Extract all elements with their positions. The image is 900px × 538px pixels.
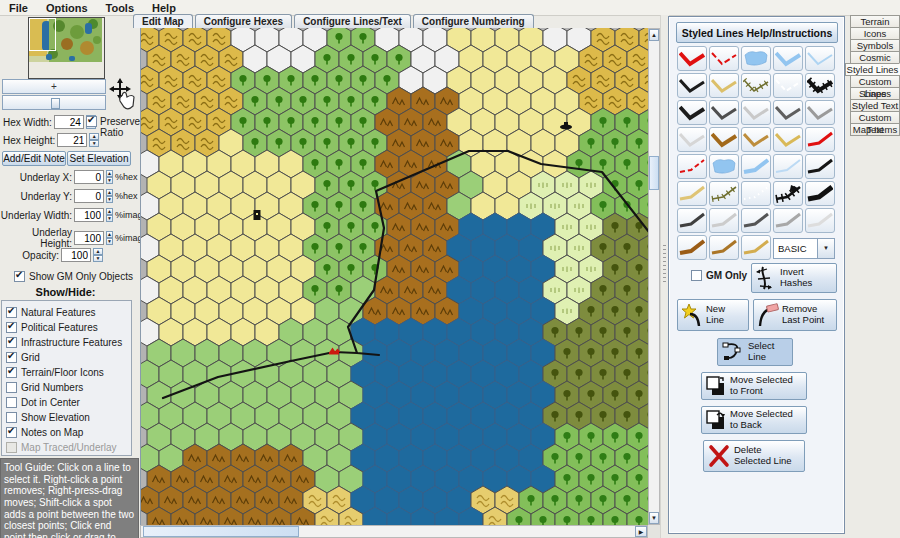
menu-file[interactable]: File	[0, 2, 37, 14]
checkbox-map-traced-underlay[interactable]	[6, 442, 17, 453]
line-style-swatch[interactable]	[677, 181, 707, 206]
spin-down[interactable]: ▼	[106, 177, 113, 184]
underlay-input-3[interactable]	[74, 231, 104, 245]
line-style-swatch[interactable]	[773, 100, 803, 125]
checkbox-terrain-floor-icons[interactable]	[6, 367, 17, 378]
scroll-down-button[interactable]: ▼	[649, 512, 659, 524]
map-canvas[interactable]	[140, 28, 649, 525]
line-style-swatch[interactable]	[709, 235, 739, 260]
spin-up[interactable]: ▲	[106, 189, 113, 196]
showhide-political-features[interactable]: Political Features	[2, 319, 131, 334]
line-style-swatch[interactable]	[805, 73, 835, 98]
spin-down[interactable]: ▼	[106, 215, 113, 222]
delete-selected-line-button[interactable]: Delete Selected Line	[703, 440, 805, 472]
line-style-swatch[interactable]	[805, 100, 835, 125]
line-style-swatch[interactable]	[709, 181, 739, 206]
line-set-dropdown[interactable]: BASIC▼	[773, 238, 835, 259]
line-style-swatch[interactable]	[677, 46, 707, 71]
showhide-natural-features[interactable]: Natural Features	[2, 304, 131, 319]
line-style-swatch[interactable]	[773, 127, 803, 152]
showhide-infrastructure-features[interactable]: Infrastructure Features	[2, 334, 131, 349]
line-style-swatch[interactable]	[677, 208, 707, 233]
tab-symbols[interactable]: Symbols	[850, 39, 900, 52]
move-selected-to-back-button[interactable]: Move Selected to Back	[701, 406, 807, 434]
spin-up[interactable]: ▲	[106, 208, 113, 215]
zoom-slider[interactable]	[2, 95, 106, 110]
checkbox-natural-features[interactable]	[6, 307, 17, 318]
showhide-grid-numbers[interactable]: Grid Numbers	[2, 379, 131, 394]
dropdown-arrow-icon[interactable]: ▼	[818, 238, 835, 259]
showhide-dot-in-center[interactable]: Dot in Center	[2, 394, 131, 409]
line-style-swatch[interactable]	[805, 208, 835, 233]
menu-options[interactable]: Options	[37, 2, 97, 14]
invert-hashes-button[interactable]: Invert Hashes	[751, 263, 837, 293]
underlay-input-0[interactable]	[74, 170, 104, 184]
line-style-swatch[interactable]	[773, 73, 803, 98]
tab-styled-lines[interactable]: Styled Lines	[845, 63, 900, 76]
line-style-swatch[interactable]	[805, 127, 835, 152]
line-style-swatch[interactable]	[773, 46, 803, 71]
tab-styled-text[interactable]: Styled Text	[850, 99, 900, 112]
line-style-swatch[interactable]	[741, 127, 771, 152]
remove-last-point-button[interactable]: Remove Last Point	[753, 299, 837, 331]
opacity-input[interactable]	[61, 248, 91, 262]
line-style-swatch[interactable]	[741, 46, 771, 71]
hex-height-input[interactable]	[57, 133, 87, 147]
underlay-input-1[interactable]	[74, 189, 104, 203]
line-style-swatch[interactable]	[773, 208, 803, 233]
tab-configure-hexes[interactable]: Configure Hexes	[195, 14, 292, 28]
line-style-swatch[interactable]	[709, 127, 739, 152]
showhide-grid[interactable]: Grid	[2, 349, 131, 364]
new-line-button[interactable]: New Line	[677, 299, 749, 331]
line-style-swatch[interactable]	[773, 181, 803, 206]
select-line-button[interactable]: Select Line	[717, 338, 793, 366]
opacity-up[interactable]: ▲	[93, 248, 103, 255]
minimap[interactable]	[28, 17, 105, 79]
line-style-swatch[interactable]	[805, 181, 835, 206]
line-style-swatch[interactable]	[709, 73, 739, 98]
add-edit-note-button[interactable]: Add/Edit Note	[2, 151, 66, 166]
line-style-swatch[interactable]	[677, 73, 707, 98]
line-style-swatch[interactable]	[805, 46, 835, 71]
vertical-scroll-thumb[interactable]	[649, 156, 659, 190]
line-style-swatch[interactable]	[741, 208, 771, 233]
spin-up[interactable]: ▲	[106, 231, 113, 238]
preserve-ratio-checkbox[interactable]	[86, 116, 97, 127]
spin-down[interactable]: ▼	[106, 238, 113, 245]
opacity-down[interactable]: ▼	[93, 255, 103, 262]
set-elevation-button[interactable]: Set Elevation	[67, 151, 131, 166]
showhide-show-elevation[interactable]: Show Elevation	[2, 409, 131, 424]
line-style-swatch[interactable]	[741, 154, 771, 179]
line-style-swatch[interactable]	[677, 154, 707, 179]
scroll-right-button[interactable]: ▶	[635, 526, 647, 537]
move-selected-to-front-button[interactable]: Move Selected to Front	[701, 372, 807, 400]
horizontal-scrollbar[interactable]: ▶	[140, 525, 648, 538]
line-style-swatch[interactable]	[741, 235, 771, 260]
line-style-swatch[interactable]	[805, 154, 835, 179]
spin-up[interactable]: ▲	[106, 170, 113, 177]
line-style-swatch[interactable]	[677, 100, 707, 125]
line-style-swatch[interactable]	[773, 154, 803, 179]
line-style-swatch[interactable]	[741, 181, 771, 206]
checkbox-dot-in-center[interactable]	[6, 397, 17, 408]
checkbox-infrastructure-features[interactable]	[6, 337, 17, 348]
zoom-bar[interactable]: +	[2, 79, 106, 94]
tab-configure-lines-text[interactable]: Configure Lines/Text	[294, 14, 411, 28]
line-style-swatch[interactable]	[709, 100, 739, 125]
tab-configure-numbering[interactable]: Configure Numbering	[413, 14, 534, 28]
showhide-terrain-floor-icons[interactable]: Terrain/Floor Icons	[2, 364, 131, 379]
scroll-up-button[interactable]: ▲	[649, 29, 659, 41]
checkbox-grid-numbers[interactable]	[6, 382, 17, 393]
showhide-notes-on-map[interactable]: Notes on Map	[2, 424, 131, 439]
line-style-swatch[interactable]	[709, 154, 739, 179]
line-style-swatch[interactable]	[709, 46, 739, 71]
checkbox-show-elevation[interactable]	[6, 412, 17, 423]
underlay-input-2[interactable]	[74, 208, 104, 222]
horizontal-scroll-thumb[interactable]	[143, 526, 299, 537]
hex-height-down[interactable]: ▼	[89, 140, 99, 147]
tab-map-items[interactable]: Map Items	[850, 123, 900, 136]
tab-edit-map[interactable]: Edit Map	[133, 14, 193, 28]
vertical-scrollbar[interactable]: ▲ ▼	[648, 28, 660, 525]
menu-help[interactable]: Help	[143, 2, 185, 14]
line-style-swatch[interactable]	[741, 73, 771, 98]
